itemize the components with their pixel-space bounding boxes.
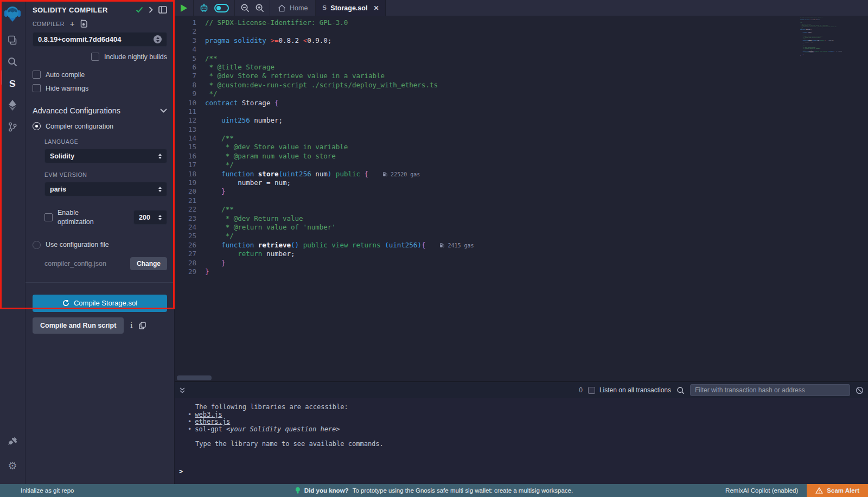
config-file-row: compiler_config.json Change (33, 257, 167, 270)
include-nightly-checkbox[interactable] (91, 53, 99, 61)
change-config-button[interactable]: Change (130, 257, 167, 270)
split-view-icon[interactable] (158, 6, 167, 14)
compile-run-row: Compile and Run script i (33, 317, 167, 334)
language-select[interactable]: Solidity (44, 149, 167, 163)
editor-minimap[interactable]: // SPDX-License-Identifier: GPL-3.0pragm… (800, 16, 850, 76)
auto-compile-checkbox-row[interactable]: Auto compile (33, 71, 167, 79)
evm-version-label: EVM VERSION (44, 171, 167, 178)
compiler-configuration-radio-row[interactable]: Compiler configuration (33, 122, 167, 130)
use-configuration-file-radio-row[interactable]: Use configuration file (33, 241, 167, 249)
compiler-configuration-label: Compiler configuration (46, 123, 113, 130)
compiler-label: COMPILER (33, 21, 65, 27)
copilot-toggle[interactable] (214, 4, 229, 12)
home-tab-label: Home (290, 4, 308, 12)
git-icon[interactable] (0, 116, 25, 138)
copilot-status[interactable]: RemixAI Copilot (enabled) (725, 487, 798, 494)
lightbulb-icon (295, 487, 301, 494)
enable-optimization-checkbox[interactable] (44, 213, 53, 221)
include-nightly-checkbox-row[interactable]: Include nightly builds (33, 53, 167, 61)
add-compiler-icon[interactable]: + (70, 20, 75, 28)
compile-button[interactable]: Compile Storage.sol (33, 295, 167, 312)
transaction-filter-input[interactable] (690, 384, 850, 396)
code-line: 20 } (180, 187, 868, 196)
home-icon (278, 4, 286, 12)
hide-warnings-checkbox-row[interactable]: Hide warnings (33, 84, 167, 92)
zoom-group (235, 0, 270, 16)
remix-logo[interactable] (0, 3, 25, 25)
scam-alert-button[interactable]: Scam Alert (807, 484, 868, 497)
zoom-out-icon[interactable] (240, 3, 250, 12)
file-explorer-icon[interactable] (0, 29, 25, 51)
zoom-in-icon[interactable] (255, 3, 264, 12)
compile-and-run-button[interactable]: Compile and Run script (33, 317, 124, 334)
code-line: 1// SPDX-License-Identifier: GPL-3.0 (180, 18, 868, 27)
language-value: Solidity (50, 152, 158, 160)
scam-alert-label: Scam Alert (827, 487, 859, 494)
info-icon[interactable]: i (130, 321, 132, 329)
tab-home[interactable]: Home (270, 0, 316, 16)
run-script-play-icon[interactable] (180, 4, 188, 12)
enable-optimization-checkbox-row[interactable]: Enable optimization (44, 208, 115, 227)
close-tab-icon[interactable]: ✕ (373, 4, 379, 12)
import-compiler-icon[interactable] (80, 20, 88, 28)
optimization-row: Enable optimization 200 (44, 208, 167, 227)
code-line: 16 * @param num value to store (180, 152, 868, 161)
refresh-icon (62, 300, 69, 307)
settings-gear-icon[interactable]: ⚙ (0, 455, 25, 476)
editor-hscrollbar[interactable] (177, 375, 212, 380)
plugin-manager-icon[interactable] (0, 430, 25, 451)
terminal-body[interactable]: The following libraries are accessible:•… (175, 398, 868, 484)
terminal-line: •sol-gpt <your Solidity question here> (179, 426, 864, 434)
gas-estimate: 22520 gas (826, 40, 834, 41)
evm-version-select[interactable]: paris (44, 182, 167, 196)
code-line: } (800, 55, 850, 56)
active-tab-label: Storage.sol (330, 4, 367, 12)
ai-copilot-robot-icon[interactable] (199, 3, 209, 13)
solidity-file-icon: S (322, 4, 327, 11)
code-line: 17 */ (180, 161, 868, 169)
compiler-version-select[interactable]: 0.8.19+commit.7dd6d404 (33, 32, 167, 47)
terminal-line: •web3.js (179, 411, 864, 419)
optimization-runs-input[interactable]: 200 (133, 210, 167, 225)
terminal-header: 0 Listen on all transactions (175, 382, 868, 398)
did-you-know-tip: Did you know? To prototype using the Gno… (295, 487, 573, 494)
clear-console-icon[interactable] (856, 386, 864, 394)
deploy-run-icon[interactable] (0, 94, 25, 116)
stepper-arrows-icon[interactable] (158, 215, 162, 220)
search-icon[interactable] (0, 51, 25, 73)
code-line: 22 /** (180, 205, 868, 214)
remix-ide-app: S (0, 0, 868, 497)
code-line: 21 (180, 196, 868, 205)
panel-header: SOLIDITY COMPILER (33, 0, 167, 15)
code-editor[interactable]: 1// SPDX-License-Identifier: GPL-3.023pr… (175, 16, 868, 381)
code-line: 15 * @dev Store value in variable (180, 143, 868, 151)
advanced-configurations-toggle[interactable]: Advanced Configurations (33, 106, 167, 115)
terminal-search-icon[interactable] (676, 386, 685, 394)
version-selector-icon (154, 35, 162, 43)
tab-storage-sol[interactable]: S Storage.sol ✕ (316, 0, 386, 16)
terminal-link[interactable]: web3.js (195, 411, 222, 418)
compiler-configuration-radio[interactable] (33, 122, 41, 130)
select-arrows-icon (158, 154, 162, 159)
terminal-prompt[interactable]: > (179, 468, 183, 475)
code-line: 18 function store(uint256 num) public { … (180, 170, 868, 179)
auto-compile-checkbox[interactable] (33, 71, 41, 79)
select-arrows-icon (158, 187, 162, 192)
chevron-right-icon[interactable] (149, 7, 153, 13)
code-line: 5/** (180, 54, 868, 63)
solidity-compiler-icon[interactable]: S (0, 73, 25, 94)
activity-bar-bottom: ⚙ (0, 430, 25, 476)
double-chevron-down-icon[interactable] (179, 387, 186, 394)
code-line: 4 (180, 45, 868, 54)
code-line: 3pragma solidity >=0.8.2 <0.9.0; (180, 36, 868, 45)
terminal-link[interactable]: ethers.js (195, 418, 230, 425)
copy-icon[interactable] (139, 322, 146, 329)
hide-warnings-checkbox[interactable] (33, 84, 41, 92)
use-configuration-file-radio[interactable] (33, 241, 41, 249)
listen-all-transactions-row[interactable]: Listen on all transactions (588, 386, 671, 394)
language-label: LANGUAGE (44, 138, 167, 145)
evm-version-value: paris (50, 186, 158, 193)
init-git-repo-button[interactable]: Initialize as git repo (21, 487, 74, 494)
listen-all-transactions-checkbox[interactable] (588, 387, 595, 394)
enable-optimization-label: Enable optimization (58, 208, 115, 227)
